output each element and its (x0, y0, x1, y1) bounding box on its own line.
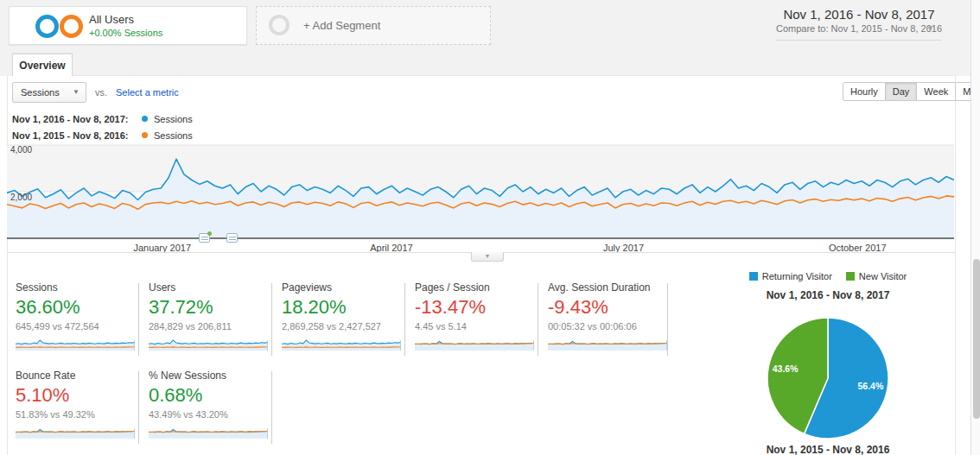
annotation-marker-new-icon[interactable] (199, 233, 210, 243)
card-label: Avg. Session Duration (548, 281, 671, 294)
card-sparkline-chart (149, 336, 271, 355)
legend-date: Nov 1, 2015 - Nov 8, 2016: (12, 130, 142, 141)
date-range-selector[interactable]: Nov 1, 2016 - Nov 8, 2017 Compare to: No… (776, 7, 942, 41)
segment-subtitle: +0.00% Sessions (89, 28, 162, 38)
card-comparison: 51.83% vs 49.32% (16, 409, 138, 420)
metric-card-users[interactable]: Users37.72%284,829 vs 206,811 (149, 281, 271, 355)
metric-card-avg-session-duration[interactable]: Avg. Session Duration-9.43%00:05:32 vs 0… (548, 281, 671, 355)
card-delta-value: -13.47% (415, 296, 538, 319)
card-sparkline-chart (149, 424, 271, 443)
page-scrollbar-thumb[interactable] (973, 259, 980, 419)
card-label: Pageviews (282, 281, 404, 294)
legend-row-1: Nov 1, 2015 - Nov 8, 2016:Sessions (12, 127, 193, 143)
tab-overview[interactable]: Overview (12, 54, 73, 76)
card-label: Users (149, 281, 271, 294)
card-sparkline-chart (16, 336, 138, 355)
vs-label: vs. (95, 87, 107, 98)
date-range-primary: Nov 1, 2016 - Nov 8, 2017 (776, 7, 942, 22)
card-label: % New Sessions (149, 370, 271, 382)
page-scrollbar-track[interactable] (970, 0, 980, 455)
pie-title-current: Nov 1, 2016 - Nov 8, 2017 (717, 289, 939, 301)
segment-donut-orange-icon (60, 15, 83, 38)
card-separator (138, 371, 139, 444)
legend-label: New Visitor (859, 271, 907, 281)
legend-row-0: Nov 1, 2016 - Nov 8, 2017:Sessions (12, 111, 193, 127)
card-separator (404, 283, 405, 356)
card-delta-value: 5.10% (16, 384, 138, 407)
card-delta-value: 37.72% (149, 296, 271, 319)
card-sparkline-chart (16, 424, 138, 443)
card-comparison: 4.45 vs 5.14 (415, 321, 538, 332)
metric-card-pageviews[interactable]: Pageviews18.20%2,869,258 vs 2,427,527 (282, 281, 404, 355)
card-comparison: 284,829 vs 206,811 (149, 321, 271, 332)
pie-legend-new-visitor[interactable]: New Visitor (846, 271, 907, 281)
annotations-expand-handle[interactable]: ▼ (471, 252, 504, 262)
card-comparison: 2,869,258 vs 2,427,527 (282, 321, 404, 332)
card-comparison: 00:05:32 vs 00:06:06 (548, 321, 671, 332)
metric-select-caret-icon: ▼ (73, 83, 80, 102)
select-metric-link[interactable]: Select a metric (116, 87, 179, 98)
granularity-hourly-button[interactable]: Hourly (843, 82, 886, 101)
granularity-week-button[interactable]: Week (917, 82, 956, 101)
card-delta-value: -9.43% (548, 296, 671, 319)
y-axis-tick-2000: 2,000 (10, 193, 32, 202)
metric-card-sessions[interactable]: Sessions36.60%645,499 vs 472,564 (16, 281, 138, 355)
date-range-compare: Compare to: Nov 1, 2015 - Nov 8, 2016 (776, 23, 942, 34)
legend-series-name: Sessions (154, 130, 193, 141)
segment-bar: All Users +0.00% Sessions + Add Segment … (0, 0, 980, 76)
card-separator (138, 283, 139, 356)
legend-series-name: Sessions (154, 114, 193, 124)
card-separator (667, 283, 668, 356)
metric-card-bounce-rate[interactable]: Bounce Rate5.10%51.83% vs 49.32% (16, 370, 138, 443)
card-label: Sessions (16, 281, 138, 294)
series-dot-icon (142, 116, 148, 122)
segment-all-users[interactable]: All Users +0.00% Sessions (9, 6, 247, 45)
svg-text:43.6%: 43.6% (773, 363, 799, 374)
card-separator (271, 283, 272, 356)
pie-title-previous: Nov 1, 2015 - Nov 8, 2016 (717, 444, 939, 455)
legend-label: Returning Visitor (762, 271, 832, 281)
legend-date: Nov 1, 2016 - Nov 8, 2017: (12, 114, 142, 124)
card-comparison: 43.49% vs 43.20% (149, 409, 271, 420)
sessions-timeseries-chart[interactable] (7, 143, 954, 240)
card-delta-value: 18.20% (282, 296, 404, 319)
pie-legend-returning-visitor[interactable]: Returning Visitor (749, 271, 832, 281)
chevron-down-icon: ▼ (472, 252, 503, 260)
analytics-overview-page: All Users +0.00% Sessions + Add Segment … (0, 0, 980, 455)
card-sparkline-chart (415, 336, 538, 355)
metric-card--new-sessions[interactable]: % New Sessions0.68%43.49% vs 43.20% (149, 370, 271, 443)
card-delta-value: 0.68% (149, 384, 271, 407)
metric-select-label: Sessions (21, 87, 60, 98)
granularity-day-button[interactable]: Day (886, 82, 918, 101)
visitor-type-pie-chart[interactable]: 56.4%43.6% (764, 314, 892, 446)
metric-select-dropdown[interactable]: Sessions ▼ (12, 82, 86, 103)
granularity-button-group: HourlyDayWeekMonth (843, 82, 980, 101)
annotation-marker-icon[interactable] (226, 233, 238, 243)
legend-swatch-icon (846, 272, 855, 281)
segment-donut-blue-icon (35, 15, 59, 38)
card-sparkline-chart (282, 336, 404, 355)
metric-card-pages-session[interactable]: Pages / Session-13.47%4.45 vs 5.14 (415, 281, 538, 355)
y-axis-tick-4000: 4,000 (10, 145, 32, 155)
segment-title: All Users (89, 13, 134, 26)
card-comparison: 645,499 vs 472,564 (16, 321, 138, 332)
card-separator (538, 283, 538, 356)
card-separator (271, 371, 272, 444)
date-range-caret-icon[interactable]: ▼ (926, 24, 934, 33)
visitor-type-legend: Returning VisitorNew Visitor (717, 271, 939, 281)
add-segment-label: + Add Segment (303, 19, 380, 32)
card-sparkline-chart (548, 336, 671, 355)
series-dot-icon (142, 132, 148, 138)
legend-swatch-icon (749, 272, 758, 281)
chart-legend: Nov 1, 2016 - Nov 8, 2017:SessionsNov 1,… (12, 111, 193, 143)
add-segment-button[interactable]: + Add Segment (256, 6, 491, 45)
add-segment-circle-icon (269, 15, 290, 35)
card-label: Bounce Rate (16, 370, 138, 382)
card-label: Pages / Session (415, 281, 538, 294)
svg-text:56.4%: 56.4% (858, 381, 884, 391)
card-delta-value: 36.60% (16, 296, 138, 319)
